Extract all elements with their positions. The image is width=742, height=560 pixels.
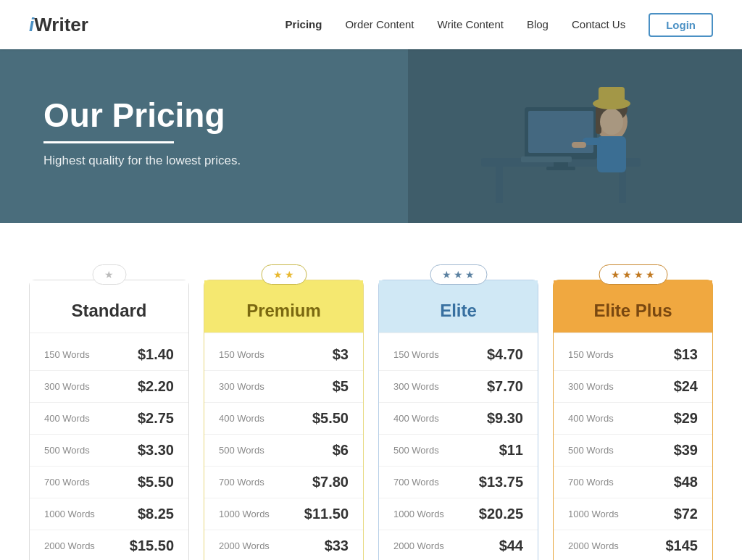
price-value: $9.30 <box>487 410 523 427</box>
price-row: 150 Words$13 <box>554 339 712 371</box>
price-value: $11 <box>499 442 523 459</box>
price-row: 1000 Words$20.25 <box>379 498 538 530</box>
nav-order-content[interactable]: Order Content <box>345 18 414 30</box>
price-value: $29 <box>674 410 698 427</box>
hero-subtitle: Highest quality for the lowest prices. <box>43 154 699 168</box>
star-icon: ★ <box>622 269 632 280</box>
price-value: $2.20 <box>138 378 174 395</box>
price-value: $5 <box>333 378 349 395</box>
star-badge-elite: ★★★ <box>430 264 487 285</box>
pricing-grid: ★Standard150 Words$1.40300 Words$2.20400… <box>29 259 713 560</box>
star-icon: ★ <box>465 269 475 280</box>
word-count-label: 1000 Words <box>219 509 270 519</box>
plan-name-elite: Elite <box>391 301 526 321</box>
price-value: $7.70 <box>487 378 523 395</box>
word-count-label: 400 Words <box>219 413 270 424</box>
price-row: 1000 Words$8.25 <box>30 498 188 530</box>
price-value: $3 <box>333 346 349 363</box>
price-value: $2.75 <box>138 410 174 427</box>
price-row: 1000 Words$72 <box>554 498 712 530</box>
pricing-section: ★Standard150 Words$1.40300 Words$2.20400… <box>0 223 742 560</box>
star-badge-elite-plus: ★★★★ <box>599 264 667 285</box>
price-row: 300 Words$2.20 <box>30 371 188 403</box>
price-value: $44 <box>499 538 523 554</box>
price-row: 150 Words$3 <box>204 339 363 371</box>
price-row: 700 Words$7.80 <box>204 467 363 498</box>
price-row: 2000 Words$44 <box>379 530 538 560</box>
price-value: $5.50 <box>312 410 349 427</box>
word-count-label: 150 Words <box>393 349 444 360</box>
price-value: $13.75 <box>479 474 523 490</box>
word-count-label: 2000 Words <box>568 540 619 551</box>
word-count-label: 2000 Words <box>219 540 270 551</box>
word-count-label: 700 Words <box>393 477 444 488</box>
nav-blog[interactable]: Blog <box>527 18 549 30</box>
price-rows-premium: 150 Words$3300 Words$5400 Words$5.50500 … <box>204 333 363 560</box>
price-row: 150 Words$1.40 <box>30 339 188 371</box>
price-row: 300 Words$24 <box>554 371 712 403</box>
price-row: 300 Words$7.70 <box>379 371 538 403</box>
nav-contact-us[interactable]: Contact Us <box>572 18 625 30</box>
word-count-label: 500 Words <box>44 445 95 456</box>
price-row: 500 Words$3.30 <box>30 435 188 467</box>
plan-name-elite-plus: Elite Plus <box>565 301 701 321</box>
word-count-label: 400 Words <box>44 413 95 424</box>
word-count-label: 2000 Words <box>44 540 95 551</box>
star-icon: ★ <box>634 269 643 280</box>
word-count-label: 300 Words <box>44 381 95 392</box>
svg-rect-1 <box>496 167 503 203</box>
price-rows-standard: 150 Words$1.40300 Words$2.20400 Words$2.… <box>30 333 188 560</box>
nav-write-content[interactable]: Write Content <box>438 18 504 30</box>
price-row: 2000 Words$33 <box>204 530 363 560</box>
price-row: 400 Words$29 <box>554 403 712 435</box>
price-row: 150 Words$4.70 <box>379 339 538 371</box>
price-row: 700 Words$5.50 <box>30 467 188 498</box>
price-value: $13 <box>674 346 698 363</box>
word-count-label: 500 Words <box>219 445 270 456</box>
word-count-label: 150 Words <box>568 349 619 360</box>
star-badge-standard: ★ <box>92 264 126 285</box>
logo[interactable]: iWriter <box>29 14 88 36</box>
star-icon: ★ <box>285 269 294 280</box>
price-value: $24 <box>674 378 698 395</box>
price-row: 500 Words$11 <box>379 435 538 467</box>
plan-card-standard: ★Standard150 Words$1.40300 Words$2.20400… <box>29 280 189 560</box>
plan-card-elite-plus: ★★★★Elite Plus150 Words$13300 Words$2440… <box>553 280 713 560</box>
price-row: 400 Words$5.50 <box>204 403 363 435</box>
price-row: 2000 Words$145 <box>554 530 712 560</box>
plan-header-standard: Standard <box>30 280 188 333</box>
price-value: $48 <box>674 474 698 490</box>
price-value: $20.25 <box>479 506 523 522</box>
price-row: 400 Words$2.75 <box>30 403 188 435</box>
price-value: $5.50 <box>138 474 174 490</box>
price-value: $7.80 <box>312 474 349 490</box>
price-value: $6 <box>333 442 349 459</box>
word-count-label: 700 Words <box>44 477 95 488</box>
price-value: $72 <box>674 506 698 522</box>
nav-pricing[interactable]: Pricing <box>285 18 322 30</box>
star-icon: ★ <box>273 269 283 280</box>
word-count-label: 500 Words <box>393 445 444 456</box>
word-count-label: 700 Words <box>219 477 270 488</box>
price-rows-elite-plus: 150 Words$13300 Words$24400 Words$29500 … <box>554 333 712 560</box>
price-value: $39 <box>674 442 698 459</box>
price-value: $145 <box>666 538 699 554</box>
word-count-label: 400 Words <box>393 413 444 424</box>
hero-title: Our Pricing <box>43 97 699 143</box>
star-icon: ★ <box>104 269 114 280</box>
word-count-label: 150 Words <box>44 349 95 360</box>
nav-links: Pricing Order Content Write Content Blog… <box>285 13 713 37</box>
login-button[interactable]: Login <box>649 13 713 37</box>
price-value: $1.40 <box>138 346 174 363</box>
navbar: iWriter Pricing Order Content Write Cont… <box>0 0 742 49</box>
star-icon: ★ <box>442 269 451 280</box>
plan-card-elite: ★★★Elite150 Words$4.70300 Words$7.70400 … <box>378 280 538 560</box>
plan-name-standard: Standard <box>41 301 177 321</box>
word-count-label: 300 Words <box>568 381 619 392</box>
word-count-label: 1000 Words <box>568 509 619 519</box>
plan-name-premium: Premium <box>216 301 351 321</box>
star-badge-premium: ★★ <box>261 264 307 285</box>
plan-header-elite: Elite <box>379 280 538 333</box>
price-value: $11.50 <box>304 506 349 522</box>
price-row: 300 Words$5 <box>204 371 363 403</box>
